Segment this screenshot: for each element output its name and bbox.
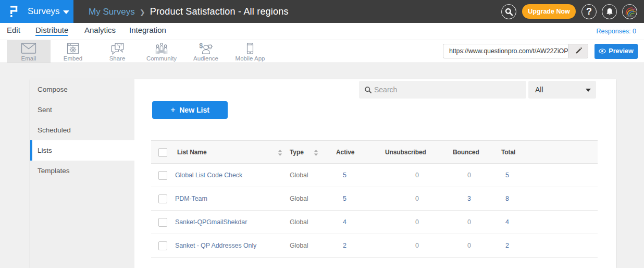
svg-text:$: $: [199, 43, 203, 50]
